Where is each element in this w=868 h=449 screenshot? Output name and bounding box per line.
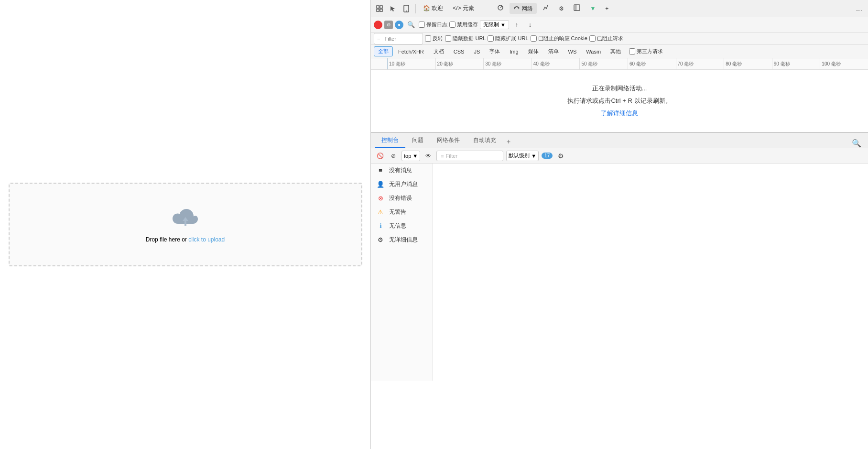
type-manifest[interactable]: 清单 xyxy=(544,46,563,56)
console-clear-button[interactable]: 🚫 xyxy=(375,151,385,161)
type-font[interactable]: 字体 xyxy=(485,46,504,56)
filter-funnel-icon-console: ≡ xyxy=(441,153,444,159)
network-filter-bar: ⊘ ● 🔍 保留日志 禁用缓存 无限制 ▼ ↑ ↓ xyxy=(371,17,868,33)
tab-console[interactable]: 控制台 xyxy=(375,134,405,148)
chevron-down-icon: ▼ xyxy=(412,153,418,159)
separator-1 xyxy=(415,4,416,13)
tab-elements[interactable]: </> 元素 xyxy=(449,3,478,13)
device-icon[interactable] xyxy=(401,3,412,14)
tab-autofill[interactable]: 自动填充 xyxy=(467,134,503,148)
tick-40ms: 40 毫秒 xyxy=(532,58,580,69)
add-panel-button[interactable]: + xyxy=(503,135,514,148)
tab-network[interactable]: 网络 xyxy=(510,3,537,14)
type-ws[interactable]: WS xyxy=(564,47,581,56)
tick-80ms: 80 毫秒 xyxy=(724,58,772,69)
search-icon[interactable]: 🔍 xyxy=(405,19,417,31)
reverse-label[interactable]: 反转 xyxy=(425,35,443,42)
error-circle-icon: ⊗ xyxy=(377,195,384,202)
network-type-bar: 全部 Fetch/XHR 文档 CSS JS 字体 Img 媒体 清单 WS W… xyxy=(371,45,868,58)
dropdown-no-messages[interactable]: ≡ 没有消息 xyxy=(371,164,433,177)
timeline-bar: 10 毫秒 20 毫秒 30 毫秒 40 毫秒 50 毫秒 60 毫秒 70 毫… xyxy=(371,58,868,70)
reverse-checkbox[interactable] xyxy=(425,35,431,42)
preserve-log-checkbox[interactable] xyxy=(419,22,425,28)
clear-button[interactable]: ⊘ xyxy=(384,21,393,29)
tick-10ms: 10 毫秒 xyxy=(387,58,435,69)
top-context-selector[interactable]: top ▼ xyxy=(401,151,420,161)
refresh-hint-text: 执行请求或点击Ctrl + R 以记录刷新。 xyxy=(567,95,671,107)
dropdown-no-user[interactable]: 👤 无用户消息 xyxy=(371,177,433,191)
blocked-response-checkbox[interactable] xyxy=(531,35,537,42)
hide-data-url-checkbox[interactable] xyxy=(445,35,451,42)
blocked-response-label[interactable]: 已阻止的响应 Cookie xyxy=(531,35,587,42)
export-icon[interactable]: ↓ xyxy=(524,19,536,31)
network-filter-bar-2: ≡ 反转 隐藏数据 URL 隐藏扩展 URL 已阻止的响应 Cookie 已阻止… xyxy=(371,33,868,45)
type-all[interactable]: 全部 xyxy=(374,46,393,56)
tab-welcome[interactable]: 🏠 欢迎 xyxy=(419,3,447,13)
tab-settings[interactable]: ⚙ xyxy=(555,4,568,13)
type-img[interactable]: Img xyxy=(505,47,522,56)
type-doc[interactable]: 文档 xyxy=(429,46,448,56)
upload-area[interactable]: Drop file here or click to upload xyxy=(9,183,362,266)
tab-performance2[interactable] xyxy=(539,3,553,13)
tick-50ms: 50 毫秒 xyxy=(579,58,628,69)
hide-ext-url-checkbox[interactable] xyxy=(488,35,494,42)
third-party-check[interactable]: 第三方请求 xyxy=(629,48,663,55)
type-wasm[interactable]: Wasm xyxy=(582,47,605,56)
dropdown-no-errors[interactable]: ⊗ 没有错误 xyxy=(371,191,433,205)
upload-cloud-icon xyxy=(171,207,200,230)
verbose-icon: ⚙ xyxy=(377,236,384,244)
network-empty-state: 正在录制网络活动... 执行请求或点击Ctrl + R 以记录刷新。 了解详细信… xyxy=(371,70,868,132)
dropdown-no-warnings[interactable]: ⚠ 无警告 xyxy=(371,205,433,219)
console-filter-button[interactable]: ⊘ xyxy=(388,151,399,161)
filter-input[interactable] xyxy=(381,34,420,44)
blocked-request-checkbox[interactable] xyxy=(589,35,596,42)
more-tools-button[interactable]: ... xyxy=(853,4,865,13)
user-icon: 👤 xyxy=(377,181,384,188)
svg-marker-5 xyxy=(391,6,395,11)
tab-close-sidebar[interactable] xyxy=(570,3,584,13)
throttle-selector[interactable]: 无限制 ▼ xyxy=(480,20,509,29)
filter-input-container: ≡ xyxy=(374,33,423,44)
disable-cache-label[interactable]: 禁用缓存 xyxy=(449,21,478,28)
type-fetch-xhr[interactable]: Fetch/XHR xyxy=(394,47,428,56)
type-js[interactable]: JS xyxy=(469,47,484,56)
console-search-icon[interactable]: 🔍 xyxy=(849,139,864,148)
type-css[interactable]: CSS xyxy=(449,47,469,56)
type-other[interactable]: 其他 xyxy=(606,46,625,56)
hide-data-url-label[interactable]: 隐藏数据 URL xyxy=(445,35,486,42)
info-circle-icon: ℹ xyxy=(377,222,384,230)
tab-issues[interactable]: 问题 xyxy=(405,134,430,148)
dropdown-no-info[interactable]: ℹ 无信息 xyxy=(371,219,433,233)
inspect-icon[interactable] xyxy=(374,3,385,14)
preserve-log-label[interactable]: 保留日志 xyxy=(419,21,447,28)
tab-performance[interactable] xyxy=(493,3,508,13)
network-badge: ● xyxy=(395,21,403,29)
type-media[interactable]: 媒体 xyxy=(524,46,543,56)
tab-add[interactable]: + xyxy=(601,4,612,13)
tick-60ms: 60 毫秒 xyxy=(628,58,676,69)
eye-icon[interactable]: 👁 xyxy=(423,151,434,161)
hide-ext-url-label[interactable]: 隐藏扩展 URL xyxy=(488,35,528,42)
console-toolbar: 🚫 ⊘ top ▼ 👁 ≡ Filter 默认级别 ▼ 17 ⚙ xyxy=(371,148,868,164)
console-right-area xyxy=(433,164,868,381)
console-settings-icon[interactable]: ⚙ xyxy=(555,151,566,161)
record-button[interactable] xyxy=(374,21,382,29)
severity-selector[interactable]: 默认级别 ▼ xyxy=(506,151,539,161)
tab-vue[interactable]: ▼ xyxy=(586,4,599,13)
filter-funnel-icon: ≡ xyxy=(377,36,380,42)
dropdown-no-verbose[interactable]: ⚙ 无详细信息 xyxy=(371,233,433,247)
third-party-checkbox[interactable] xyxy=(629,48,635,55)
tab-network-conditions[interactable]: 网络条件 xyxy=(430,134,467,148)
svg-rect-3 xyxy=(377,9,379,11)
tick-90ms: 90 毫秒 xyxy=(772,58,820,69)
import-icon[interactable]: ↑ xyxy=(511,19,522,31)
console-content: ≡ 没有消息 👤 无用户消息 ⊗ 没有错误 ⚠ 无警告 ℹ 无信息 xyxy=(371,164,868,381)
devtools-panel: 🏠 欢迎 </> 元素 网络 ⚙ ▼ + ... ⊘ ● 🔍 保留日志 xyxy=(370,0,868,449)
disable-cache-checkbox[interactable] xyxy=(449,22,456,28)
learn-more-link[interactable]: 了解详细信息 xyxy=(601,107,638,120)
upload-link[interactable]: click to upload xyxy=(188,236,225,243)
pointer-icon[interactable] xyxy=(387,3,399,14)
severity-chevron-icon: ▼ xyxy=(531,153,536,159)
blocked-request-label[interactable]: 已阻止请求 xyxy=(589,35,623,42)
svg-rect-4 xyxy=(380,9,382,11)
